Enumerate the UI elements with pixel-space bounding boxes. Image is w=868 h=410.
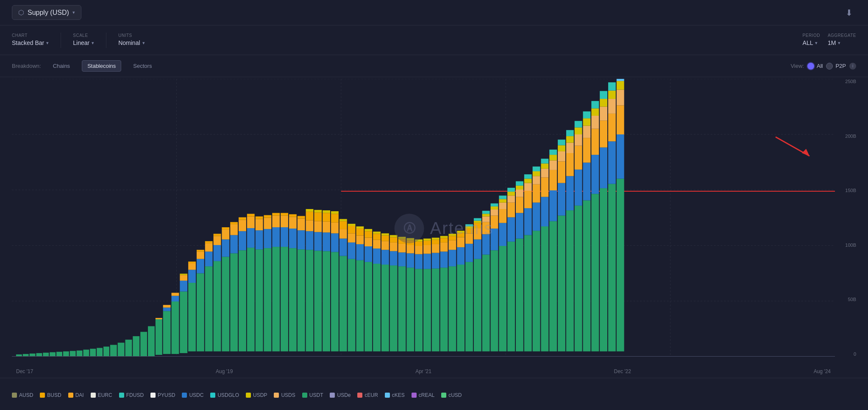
svg-rect-236 bbox=[524, 235, 532, 351]
svg-rect-209 bbox=[482, 216, 490, 222]
svg-rect-279 bbox=[583, 163, 591, 201]
svg-rect-265 bbox=[558, 139, 565, 145]
svg-rect-83 bbox=[272, 247, 280, 351]
svg-rect-33 bbox=[163, 311, 171, 354]
title-button[interactable]: ⬡ Supply (USD) ▾ bbox=[12, 5, 81, 20]
svg-rect-181 bbox=[440, 243, 448, 251]
svg-rect-44 bbox=[188, 270, 196, 283]
svg-rect-26 bbox=[118, 343, 125, 357]
svg-rect-204 bbox=[474, 221, 481, 223]
period-select-button[interactable]: ALL ▾ bbox=[803, 39, 820, 47]
units-select-button[interactable]: Nominal ▾ bbox=[118, 39, 145, 47]
view-all-radio[interactable]: All bbox=[807, 63, 823, 70]
svg-rect-212 bbox=[491, 250, 498, 351]
svg-rect-37 bbox=[172, 296, 179, 301]
legend-label-usdt: USDT bbox=[309, 392, 323, 398]
svg-rect-299 bbox=[608, 99, 616, 114]
svg-rect-200 bbox=[474, 259, 481, 351]
period-value: ALL bbox=[803, 39, 813, 46]
svg-rect-142 bbox=[373, 234, 381, 240]
svg-rect-186 bbox=[448, 240, 456, 250]
svg-rect-282 bbox=[583, 118, 591, 126]
svg-rect-114 bbox=[331, 252, 339, 351]
svg-rect-39 bbox=[180, 291, 187, 353]
svg-rect-281 bbox=[583, 126, 591, 138]
svg-rect-218 bbox=[499, 246, 506, 351]
aggregate-select-button[interactable]: 1M ▾ bbox=[828, 39, 856, 47]
svg-rect-132 bbox=[356, 229, 364, 235]
svg-rect-24 bbox=[103, 346, 109, 357]
breakdown-stablecoins-button[interactable]: Stablecoins bbox=[82, 60, 121, 72]
svg-rect-275 bbox=[575, 134, 582, 146]
svg-rect-97 bbox=[298, 219, 305, 231]
svg-rect-46 bbox=[188, 262, 196, 263]
svg-rect-74 bbox=[247, 214, 255, 216]
scale-select-button[interactable]: Linear ▾ bbox=[73, 39, 94, 47]
svg-rect-76 bbox=[256, 230, 263, 249]
divider-1 bbox=[61, 33, 61, 48]
svg-rect-244 bbox=[533, 184, 540, 203]
svg-rect-295 bbox=[600, 91, 607, 99]
right-controls: PERIOD ALL ▾ AGGREGATE 1M ▾ bbox=[803, 33, 856, 47]
svg-rect-15 bbox=[43, 353, 49, 357]
svg-rect-246 bbox=[533, 171, 540, 176]
svg-rect-36 bbox=[172, 301, 179, 354]
svg-rect-222 bbox=[499, 199, 506, 202]
legend-label-dai: DAI bbox=[75, 392, 84, 398]
svg-rect-47 bbox=[197, 273, 204, 351]
svg-rect-149 bbox=[390, 265, 398, 351]
chart-inner bbox=[12, 79, 835, 357]
svg-rect-176 bbox=[432, 244, 440, 253]
svg-rect-107 bbox=[314, 212, 322, 221]
svg-rect-98 bbox=[298, 216, 305, 218]
legend-dot-busd bbox=[40, 393, 45, 398]
svg-rect-168 bbox=[415, 240, 423, 242]
legend-dot-usdp bbox=[246, 393, 251, 398]
svg-rect-160 bbox=[406, 253, 414, 268]
chart-select-button[interactable]: Stacked Bar ▾ bbox=[12, 39, 49, 47]
svg-rect-72 bbox=[247, 228, 255, 248]
svg-rect-56 bbox=[214, 245, 221, 261]
chart-label: CHART bbox=[12, 33, 49, 38]
breakdown-chains-button[interactable]: Chains bbox=[48, 61, 75, 71]
breakdown-sectors-button[interactable]: Sectors bbox=[128, 61, 157, 71]
svg-rect-135 bbox=[364, 246, 372, 262]
svg-rect-62 bbox=[222, 227, 229, 229]
svg-rect-134 bbox=[364, 262, 372, 351]
svg-rect-58 bbox=[214, 234, 221, 236]
svg-rect-156 bbox=[398, 244, 406, 252]
svg-rect-105 bbox=[314, 232, 322, 251]
y-label-100b: 100B bbox=[845, 243, 856, 248]
svg-rect-291 bbox=[600, 148, 607, 188]
svg-rect-238 bbox=[524, 191, 532, 208]
p2p-info-icon[interactable]: i bbox=[849, 63, 856, 70]
svg-rect-288 bbox=[591, 109, 599, 116]
left-controls: CHART Stacked Bar ▾ SCALE Linear ▾ UNITS… bbox=[12, 33, 145, 48]
svg-rect-261 bbox=[558, 183, 565, 216]
legend-item-eurc: EURC bbox=[91, 392, 112, 398]
svg-rect-91 bbox=[289, 248, 297, 351]
download-button[interactable]: ⬇ bbox=[842, 6, 856, 20]
svg-rect-210 bbox=[482, 214, 490, 216]
svg-rect-214 bbox=[491, 215, 498, 229]
legend-label-usdc: USDC bbox=[189, 392, 203, 398]
svg-rect-141 bbox=[373, 240, 381, 248]
svg-rect-220 bbox=[499, 209, 506, 223]
svg-rect-52 bbox=[205, 251, 213, 266]
svg-rect-235 bbox=[516, 181, 523, 186]
svg-rect-183 bbox=[440, 236, 448, 238]
svg-rect-283 bbox=[583, 112, 591, 118]
divider-2 bbox=[106, 33, 106, 48]
svg-rect-253 bbox=[541, 159, 548, 163]
svg-rect-157 bbox=[398, 239, 406, 244]
svg-rect-145 bbox=[381, 250, 389, 265]
view-p2p-radio[interactable]: P2P bbox=[826, 63, 846, 70]
svg-rect-242 bbox=[533, 231, 540, 351]
svg-rect-211 bbox=[482, 211, 490, 214]
svg-rect-185 bbox=[448, 250, 456, 266]
svg-rect-103 bbox=[306, 209, 314, 212]
svg-rect-40 bbox=[180, 281, 187, 292]
svg-rect-139 bbox=[373, 264, 381, 351]
svg-rect-195 bbox=[465, 244, 473, 262]
legend-item-usdglo: USDGLO bbox=[210, 392, 239, 398]
